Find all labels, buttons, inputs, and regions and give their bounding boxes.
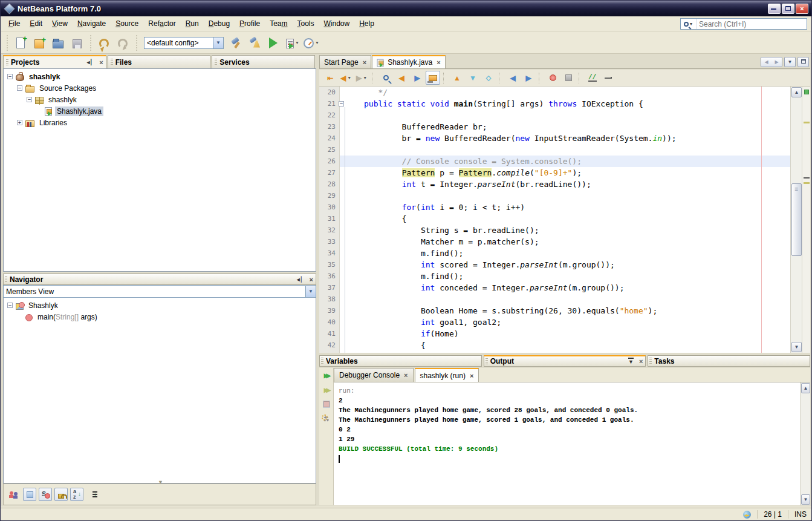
config-select[interactable]: <default config>▼ — [144, 37, 224, 49]
find-previous-button[interactable]: ◀ — [394, 71, 409, 85]
code-line-22[interactable]: 22 — [319, 110, 790, 121]
menu-item-run[interactable]: Run — [181, 18, 204, 30]
chevron-down-icon[interactable]: ▼ — [305, 286, 316, 297]
new-project-button[interactable] — [31, 34, 48, 51]
code-line-32[interactable]: 32 String s = br.readLine(); — [319, 224, 790, 236]
minimize-window-group-icon[interactable]: ▼ — [628, 358, 634, 365]
code-line-24[interactable]: 24 br = new BufferedReader(new InputStre… — [319, 133, 790, 144]
toggle-bookmark-button[interactable]: ⬦ — [481, 71, 496, 85]
occurrence-mark[interactable] — [804, 182, 810, 184]
doc-tab-shashlyk-java[interactable]: Shashlyk.java× — [372, 55, 445, 68]
code-line-21[interactable]: 21public static void main(String[] args)… — [319, 98, 790, 110]
clean-build-button[interactable] — [247, 34, 264, 51]
close-tab-icon[interactable]: × — [404, 372, 408, 378]
output-console[interactable]: run:2The Machinegunners played home game… — [334, 382, 800, 505]
find-next-button[interactable]: ▶ — [410, 71, 424, 85]
back-button[interactable]: ◀▼ — [339, 71, 353, 85]
inherited-members-button[interactable] — [7, 488, 21, 501]
editor-vertical-scrollbar[interactable]: ▲ ▼ — [790, 87, 802, 353]
menu-item-tools[interactable]: Tools — [292, 18, 319, 30]
redo-button[interactable] — [114, 34, 131, 51]
tree-row[interactable]: −Shashlyk — [5, 300, 316, 311]
scroll-down-icon[interactable]: ▼ — [801, 494, 810, 505]
tree-row[interactable]: −shashlyk — [5, 71, 316, 82]
search-icon[interactable]: ▼ — [681, 19, 697, 29]
occurrence-mark[interactable] — [804, 122, 810, 123]
code-line-33[interactable]: 33 Matcher m = p.matcher(s); — [319, 236, 790, 247]
update-status[interactable] — [737, 510, 757, 519]
maximize-button[interactable] — [782, 4, 794, 14]
shift-left-button[interactable]: ◀ — [505, 71, 520, 85]
tree-row[interactable]: −main(String[] args) — [5, 311, 316, 323]
scroll-up-icon[interactable]: ▲ — [791, 87, 802, 97]
code-editor[interactable]: 20 */21public static void main(String[] … — [319, 87, 810, 353]
code-line-31[interactable]: 31 { — [319, 213, 790, 224]
doc-tab-start-page[interactable]: Start Page× — [319, 55, 371, 68]
stop-button[interactable] — [320, 398, 333, 410]
expand-icon[interactable]: + — [17, 120, 22, 125]
tasks-window-header[interactable]: Tasks — [648, 355, 810, 367]
last-edit-button[interactable]: ⇤ — [323, 71, 337, 85]
tree-row[interactable]: −Shashlyk.java — [5, 105, 316, 117]
minimize-window-icon[interactable]: ◄▏ — [85, 59, 95, 65]
scroll-tabs-left-icon[interactable]: ◀ — [761, 57, 771, 67]
tab-projects[interactable]: Projects◄▏× — [3, 55, 106, 68]
code-line-42[interactable]: 42 { — [319, 339, 790, 351]
caret-position[interactable]: 26 | 1 — [757, 510, 788, 519]
tab-files[interactable]: Files — [108, 55, 211, 68]
find-selection-button[interactable] — [378, 71, 393, 85]
uncomment-button[interactable] — [601, 71, 615, 85]
menu-item-source[interactable]: Source — [111, 18, 143, 30]
scrollbar-thumb[interactable] — [791, 183, 802, 256]
code-line-30[interactable]: 30 for(int i = 0; i < t; i++) — [319, 202, 790, 213]
menu-item-refactor[interactable]: Refactor — [143, 18, 180, 30]
close-window-icon[interactable]: × — [639, 358, 643, 364]
run-button[interactable] — [265, 34, 282, 51]
minimize-window-icon[interactable]: ◄▏ — [296, 277, 305, 283]
code-line-26[interactable]: 26 // Console console = System.console()… — [319, 156, 790, 167]
error-stripe[interactable] — [802, 87, 810, 353]
fields-button[interactable] — [23, 488, 36, 501]
build-button[interactable] — [228, 34, 245, 51]
tree-row[interactable]: +Libraries — [5, 117, 316, 128]
navigator-view-select[interactable]: Members View ▼ — [3, 285, 316, 298]
document-list-icon[interactable]: ▼ — [784, 57, 796, 67]
search-input[interactable] — [697, 20, 807, 28]
close-tab-icon[interactable]: × — [363, 59, 366, 65]
menu-item-file[interactable]: File — [4, 18, 25, 30]
code-line-38[interactable]: 38 — [319, 293, 790, 305]
quick-search-box[interactable]: ▼ — [680, 18, 807, 30]
tree-row[interactable]: −Source Packages — [5, 82, 316, 94]
menu-item-window[interactable]: Window — [319, 18, 355, 30]
code-line-25[interactable]: 25 — [319, 144, 790, 156]
code-line-35[interactable]: 35 int scored = Integer.parseInt(m.group… — [319, 259, 790, 270]
debug-button[interactable]: ▼ — [284, 34, 301, 51]
ant-settings-button[interactable] — [320, 413, 333, 425]
start-macro-button[interactable] — [545, 71, 560, 85]
code-line-40[interactable]: 40 int goal1, goal2; — [319, 316, 790, 328]
code-line-34[interactable]: 34 m.find(); — [319, 247, 790, 259]
collapse-icon[interactable]: − — [17, 85, 22, 91]
rerun-button[interactable]: ▶▶ — [320, 369, 333, 381]
minimize-button[interactable] — [768, 4, 781, 14]
new-file-button[interactable] — [12, 34, 29, 51]
sort-source-button[interactable]: ↓ — [86, 488, 99, 501]
menu-item-debug[interactable]: Debug — [204, 18, 235, 30]
insert-mode-indicator[interactable]: INS — [788, 510, 812, 519]
code-line-36[interactable]: 36 m.find(); — [319, 270, 790, 282]
menu-item-help[interactable]: Help — [354, 18, 379, 30]
maximize-window-icon[interactable] — [797, 57, 809, 67]
collapse-icon[interactable]: − — [27, 97, 32, 102]
previous-bookmark-button[interactable]: ▲ — [450, 71, 464, 85]
caret-mark[interactable] — [804, 177, 810, 179]
menu-item-edit[interactable]: Edit — [25, 18, 47, 30]
scroll-up-icon[interactable]: ▲ — [801, 383, 810, 393]
comment-button[interactable]: // — [585, 71, 600, 85]
non-public-button[interactable] — [54, 488, 68, 501]
output-window-header[interactable]: Output▼× — [484, 355, 646, 367]
collapse-icon[interactable]: − — [7, 74, 13, 79]
collapse-icon[interactable]: − — [7, 303, 13, 308]
code-line-39[interactable]: 39 Boolean Home = s.substring(26, 30).eq… — [319, 305, 790, 316]
shift-right-button[interactable]: ▶ — [521, 71, 536, 85]
menu-item-view[interactable]: View — [47, 18, 73, 30]
